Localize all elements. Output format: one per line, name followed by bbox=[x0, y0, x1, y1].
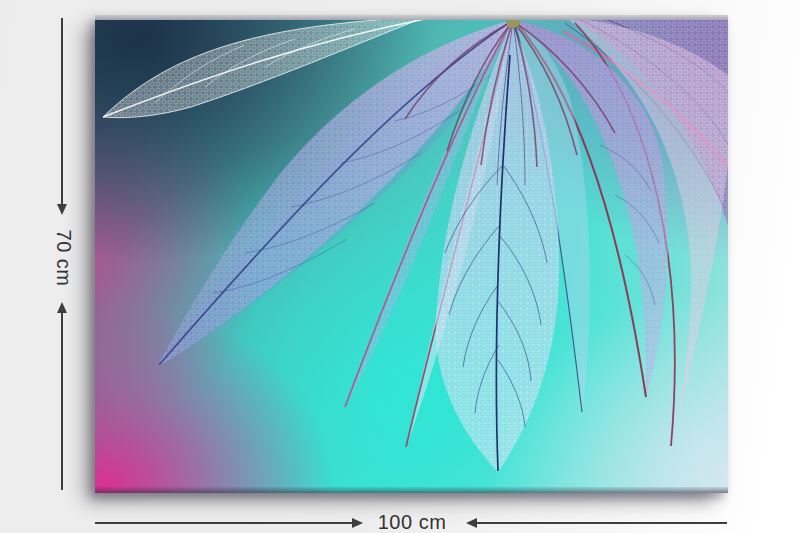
height-dimension-label: 70 cm bbox=[52, 230, 75, 287]
width-dimension-line-right bbox=[477, 522, 727, 524]
width-dimension-label: 100 cm bbox=[378, 511, 447, 533]
canvas-bottom-edge bbox=[95, 487, 728, 493]
arrow-down-icon bbox=[57, 204, 67, 215]
canvas-print-image[interactable] bbox=[95, 15, 728, 493]
height-dimension-line-top bbox=[61, 18, 63, 204]
height-dimension-line-bottom bbox=[61, 313, 63, 490]
arrow-up-icon bbox=[57, 302, 67, 313]
arrow-left-icon bbox=[466, 518, 477, 528]
product-preview: 70 cm 100 cm bbox=[0, 0, 800, 533]
arrow-right-icon bbox=[352, 518, 363, 528]
skeleton-leaves-artwork bbox=[95, 15, 728, 493]
width-dimension-line-left bbox=[95, 522, 352, 524]
canvas-top-edge bbox=[95, 15, 728, 20]
